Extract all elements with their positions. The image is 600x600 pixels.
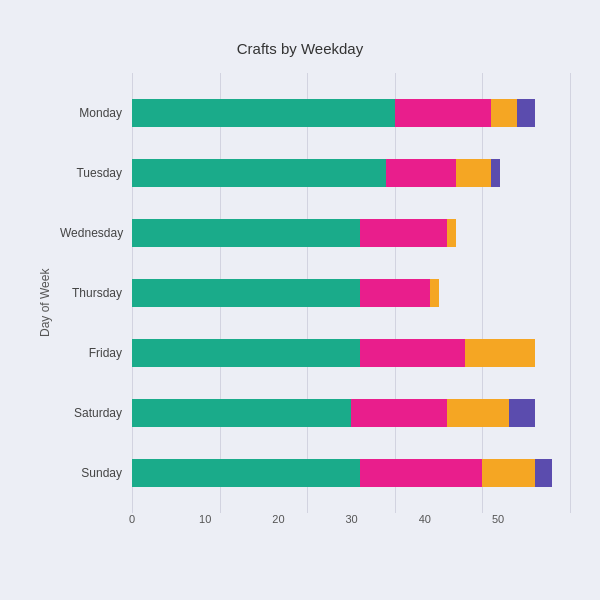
bar-segment: [132, 279, 360, 307]
bar-segment: [132, 159, 386, 187]
x-tick: 0: [129, 513, 135, 525]
bar-label: Thursday: [60, 286, 132, 300]
y-axis-label: Day of Week: [30, 73, 60, 533]
bar-segment: [509, 399, 535, 427]
bar-segment: [132, 219, 360, 247]
bar-segment: [447, 219, 456, 247]
bar-label: Saturday: [60, 406, 132, 420]
bar-row: Wednesday: [60, 211, 570, 255]
bar-segment: [456, 159, 491, 187]
bar-row: Sunday: [60, 451, 570, 495]
bar-segment: [447, 399, 508, 427]
bar-label: Wednesday: [60, 226, 132, 240]
bar-segment: [132, 339, 360, 367]
bar-segment: [465, 339, 535, 367]
bar-row: Friday: [60, 331, 570, 375]
chart-title: Crafts by Weekday: [30, 40, 570, 57]
bar-row: Monday: [60, 91, 570, 135]
bar-label: Sunday: [60, 466, 132, 480]
x-tick: 50: [492, 513, 504, 525]
chart-body: MondayTuesdayWednesdayThursdayFridaySatu…: [60, 73, 570, 533]
bar-track: [132, 339, 570, 367]
bar-segment: [482, 459, 535, 487]
bar-segment: [430, 279, 439, 307]
x-tick: 30: [345, 513, 357, 525]
bar-segment: [360, 459, 483, 487]
bar-segment: [491, 99, 517, 127]
bar-segment: [132, 399, 351, 427]
rows-container: MondayTuesdayWednesdayThursdayFridaySatu…: [60, 73, 570, 513]
bar-segment: [517, 99, 535, 127]
x-axis-container: 01020304050: [132, 513, 570, 533]
bar-segment: [535, 459, 553, 487]
bar-label: Monday: [60, 106, 132, 120]
bar-segment: [386, 159, 456, 187]
bar-segment: [132, 459, 360, 487]
bars-and-grid: MondayTuesdayWednesdayThursdayFridaySatu…: [60, 73, 570, 513]
bar-track: [132, 219, 570, 247]
bar-row: Saturday: [60, 391, 570, 435]
bar-track: [132, 159, 570, 187]
bar-row: Thursday: [60, 271, 570, 315]
bar-track: [132, 279, 570, 307]
bar-label: Tuesday: [60, 166, 132, 180]
bar-track: [132, 399, 570, 427]
bar-row: Tuesday: [60, 151, 570, 195]
bar-label: Friday: [60, 346, 132, 360]
chart-container: Crafts by Weekday Day of Week MondayTues…: [10, 20, 590, 580]
bar-segment: [491, 159, 500, 187]
x-tick: 10: [199, 513, 211, 525]
bar-segment: [132, 99, 395, 127]
grid-line: [570, 73, 571, 513]
bar-segment: [360, 339, 465, 367]
bar-track: [132, 459, 570, 487]
bar-segment: [395, 99, 491, 127]
x-tick: 40: [419, 513, 431, 525]
x-tick: 20: [272, 513, 284, 525]
bar-segment: [360, 219, 448, 247]
bar-segment: [351, 399, 447, 427]
bar-segment: [360, 279, 430, 307]
bar-track: [132, 99, 570, 127]
